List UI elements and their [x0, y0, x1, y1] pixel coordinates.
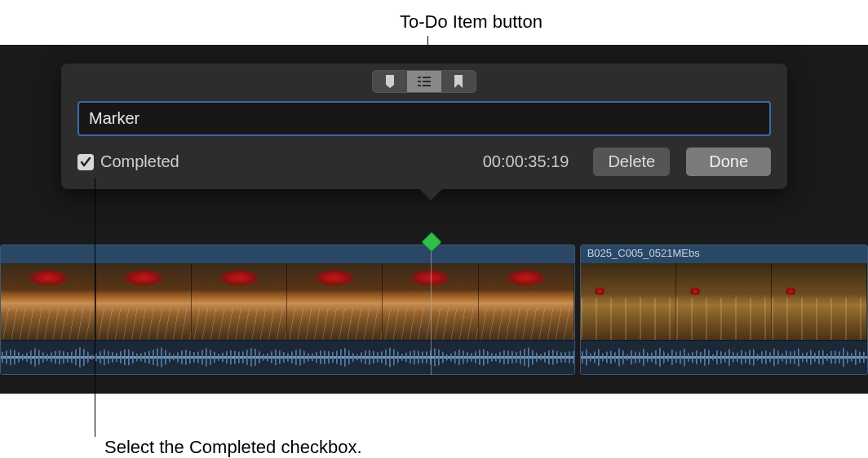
svg-rect-2: [418, 81, 421, 82]
timeline-clip[interactable]: B025_C005_0521MEbs: [580, 244, 868, 375]
done-button[interactable]: Done: [686, 148, 771, 176]
clip-thumbnails: [581, 263, 867, 340]
marker-name-input[interactable]: [78, 101, 771, 136]
svg-rect-5: [423, 85, 431, 86]
clip-name-label: [1, 245, 574, 263]
marker-edit-popover: Completed 00:00:35:19 Delete Done: [61, 64, 787, 189]
callout-leader-line: [95, 178, 95, 437]
chapter-marker-tab[interactable]: [441, 71, 476, 92]
svg-rect-3: [423, 81, 431, 82]
timeline-marker-indicator[interactable]: [424, 235, 439, 249]
clip-name-label: B025_C005_0521MEbs: [581, 245, 867, 263]
playhead-line: [431, 246, 432, 375]
svg-rect-0: [418, 77, 421, 78]
completed-checkbox[interactable]: [78, 154, 94, 170]
checkmark-icon: [79, 156, 92, 169]
svg-rect-1: [423, 77, 431, 78]
clip-audio-waveform: [581, 340, 867, 374]
clip-thumbnails: [1, 263, 574, 340]
delete-button[interactable]: Delete: [593, 148, 670, 176]
todo-item-tab[interactable]: [407, 71, 441, 92]
timeline[interactable]: B025_C005_0521MEbs: [0, 244, 868, 375]
svg-rect-4: [418, 85, 421, 86]
marker-timecode: 00:00:35:19: [483, 152, 569, 171]
callout-label-bottom: Select the Completed checkbox.: [104, 437, 362, 458]
marker-type-segmented-control: [61, 64, 787, 98]
standard-marker-tab[interactable]: [373, 71, 407, 92]
clip-audio-waveform: [1, 340, 574, 374]
completed-label: Completed: [100, 152, 179, 171]
bookmark-icon: [453, 74, 464, 89]
marker-icon: [383, 74, 396, 89]
todo-list-icon: [417, 76, 432, 87]
timeline-clip[interactable]: [0, 244, 575, 375]
marker-diamond-icon: [421, 231, 441, 252]
callout-label-top: To-Do Item button: [400, 11, 542, 33]
